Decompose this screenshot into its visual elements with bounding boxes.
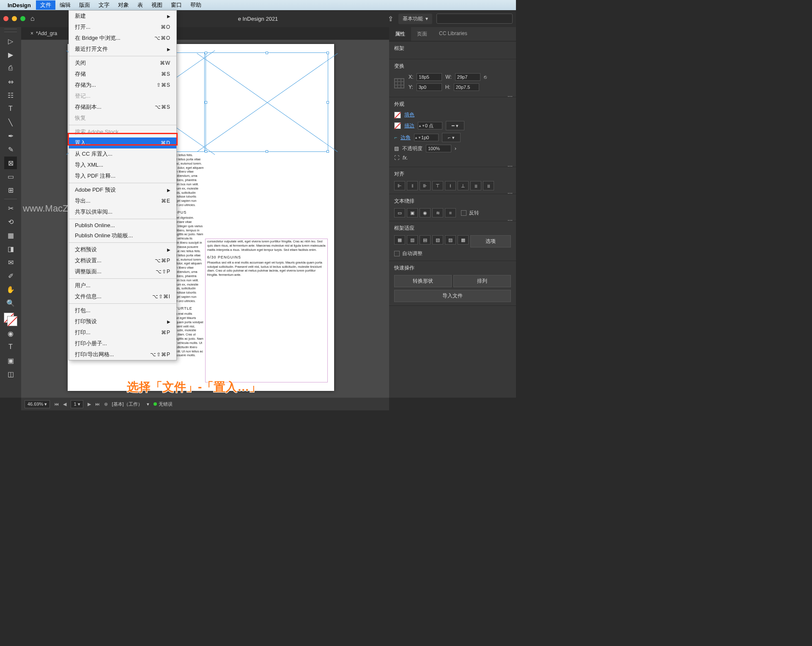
wrap-shape-icon[interactable]: ◉ <box>420 208 431 217</box>
preflight-status[interactable]: 无错误 <box>159 401 173 407</box>
align-bottom-icon[interactable]: ⊥ <box>458 181 469 190</box>
zoom-tool[interactable]: 🔍 <box>4 297 17 309</box>
eyedropper-tool[interactable]: ✐ <box>4 269 17 282</box>
menu-item[interactable]: 新建▶ <box>69 11 176 22</box>
menu-item[interactable]: 用户... <box>69 280 176 291</box>
close-window[interactable] <box>3 16 8 21</box>
menu-item[interactable]: 打包... <box>69 305 176 316</box>
tab-cc-libraries[interactable]: CC Libraries <box>433 27 473 41</box>
maximize-window[interactable] <box>20 16 25 21</box>
menu-item[interactable]: 导入 PDF 注释... <box>69 170 176 181</box>
menu-item[interactable]: Publish Online 功能板... <box>69 230 176 241</box>
grid-tool[interactable]: ⊞ <box>4 184 17 196</box>
menu-item[interactable]: 存储⌘S <box>69 69 176 80</box>
menu-item[interactable]: 关闭⌘W <box>69 58 176 69</box>
opacity-input[interactable] <box>426 145 451 152</box>
color-profile[interactable]: [基本]（工作） <box>112 401 143 407</box>
corner-icon[interactable]: ⌐ <box>394 135 397 140</box>
align-left-icon[interactable]: ⊩ <box>394 181 405 190</box>
invert-checkbox[interactable] <box>461 210 466 216</box>
align-hcenter-icon[interactable]: ⫴ <box>407 181 418 190</box>
type-tool[interactable]: T <box>4 102 17 115</box>
menu-item[interactable]: 打印/导出网格...⌥⇧⌘P <box>69 349 176 360</box>
menu-item[interactable]: 共享以供审阅... <box>69 206 176 217</box>
next-page-icon[interactable]: ▶ <box>88 401 91 407</box>
menu-item[interactable]: 打开...⌘O <box>69 22 176 33</box>
rectangle-frame-tool[interactable]: ⊠ <box>4 157 17 169</box>
menu-item[interactable]: 最近打开文件▶ <box>69 44 176 55</box>
fit-fill-icon[interactable]: ▦ <box>394 235 405 245</box>
wrap-bbox-icon[interactable]: ▣ <box>407 208 418 217</box>
prev-page-icon[interactable]: ◀ <box>63 401 66 407</box>
tab-pages[interactable]: 页面 <box>411 27 433 41</box>
open-icon[interactable]: ⊕ <box>104 401 108 407</box>
align-top-icon[interactable]: ⊤ <box>432 181 443 190</box>
gradient-swatch-tool[interactable]: ▦ <box>4 229 17 242</box>
fill-stroke-swatch[interactable] <box>4 313 17 326</box>
menu-item[interactable]: 文件信息...⌥⇧⌘I <box>69 291 176 302</box>
align-right-icon[interactable]: ⊪ <box>420 181 431 190</box>
direct-selection-tool[interactable]: ▶ <box>4 48 17 61</box>
document-tab[interactable]: × *Add_gra <box>26 29 61 38</box>
distribute-h-icon[interactable]: ⫼ <box>470 181 481 190</box>
fit-prop-icon[interactable]: ▥ <box>407 235 418 245</box>
align-vcenter-icon[interactable]: ⫲ <box>445 181 456 190</box>
more-options-icon[interactable]: ⋯ <box>508 217 513 223</box>
fit-options-button[interactable]: 选项 <box>470 235 511 247</box>
reference-point[interactable] <box>394 78 404 88</box>
page-tool[interactable]: ⎙ <box>4 62 17 74</box>
corner-style-select[interactable]: ⌐ ▾ <box>442 133 461 142</box>
menu-file[interactable]: 文件 <box>36 0 55 10</box>
menu-item[interactable]: 打印预设▶ <box>69 316 176 327</box>
fit-aware-icon[interactable]: ▩ <box>458 235 469 245</box>
h-input[interactable] <box>454 83 479 91</box>
wrap-jumpcol-icon[interactable]: ≡ <box>445 208 456 217</box>
last-page-icon[interactable]: ⏭ <box>95 401 100 407</box>
auto-fit-checkbox[interactable] <box>394 251 400 256</box>
pen-tool[interactable]: ✒ <box>4 129 17 142</box>
share-icon[interactable]: ⇪ <box>388 15 393 23</box>
selection-tool[interactable]: ▷ <box>4 35 17 47</box>
menu-item[interactable]: 调整版面...⌥⇧P <box>69 266 176 277</box>
menu-edit[interactable]: 编辑 <box>55 0 75 10</box>
content-collector-tool[interactable]: ☷ <box>4 89 17 102</box>
menu-item[interactable]: 导出...⌘E <box>69 195 176 206</box>
first-page-icon[interactable]: ⏮ <box>54 401 59 407</box>
x-input[interactable] <box>417 73 442 81</box>
corner-label[interactable]: 边角 <box>401 134 411 141</box>
corner-radius-input[interactable]: ▲▼ <box>414 134 439 141</box>
menu-view[interactable]: 视图 <box>147 0 167 10</box>
wrap-none-icon[interactable]: ▭ <box>394 208 405 217</box>
free-transform-tool[interactable]: ⟲ <box>4 215 17 228</box>
menu-table[interactable]: 表 <box>133 0 147 10</box>
tab-properties[interactable]: 属性 <box>389 27 411 41</box>
menu-item[interactable]: Adobe PDF 预设▶ <box>69 184 176 195</box>
menu-item[interactable]: 打印...⌘P <box>69 327 176 338</box>
image-frame-selected[interactable] <box>206 52 328 152</box>
view-mode-icon[interactable]: ◫ <box>4 368 17 380</box>
fill-swatch[interactable] <box>394 112 401 118</box>
screen-mode-icon[interactable]: ▣ <box>4 354 17 367</box>
opacity-flyout-icon[interactable]: › <box>455 146 456 151</box>
menu-help[interactable]: 帮助 <box>186 0 206 10</box>
menu-item[interactable]: 存储副本...⌥⌘S <box>69 102 176 113</box>
menu-item[interactable]: 导入 XML... <box>69 159 176 170</box>
fill-label[interactable]: 填色 <box>404 111 414 118</box>
home-icon[interactable]: ⌂ <box>30 15 35 22</box>
line-tool[interactable]: ╲ <box>4 116 17 129</box>
fit-center-icon[interactable]: ▨ <box>445 235 456 245</box>
stroke-label[interactable]: 描边 <box>404 122 414 129</box>
hand-tool[interactable]: ✋ <box>4 283 17 296</box>
stroke-swatch[interactable] <box>394 122 401 129</box>
fit-content-icon[interactable]: ▤ <box>420 235 431 245</box>
panel-grip[interactable] <box>4 29 17 32</box>
distribute-v-icon[interactable]: ⫼ <box>483 181 494 190</box>
search-input[interactable] <box>436 14 513 24</box>
constrain-icon[interactable]: ⎋ <box>484 74 487 80</box>
gradient-feather-tool[interactable]: ◨ <box>4 242 17 255</box>
menu-type[interactable]: 文字 <box>94 0 114 10</box>
rectangle-tool[interactable]: ▭ <box>4 170 17 183</box>
menu-window[interactable]: 窗口 <box>167 0 186 10</box>
y-input[interactable] <box>417 83 442 91</box>
menu-item[interactable]: 打印小册子... <box>69 338 176 349</box>
